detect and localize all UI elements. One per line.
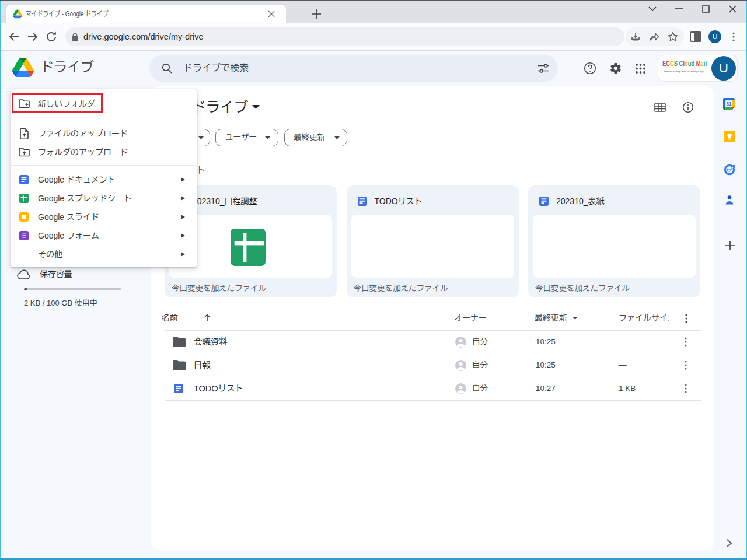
- svg-text:31: 31: [726, 102, 732, 107]
